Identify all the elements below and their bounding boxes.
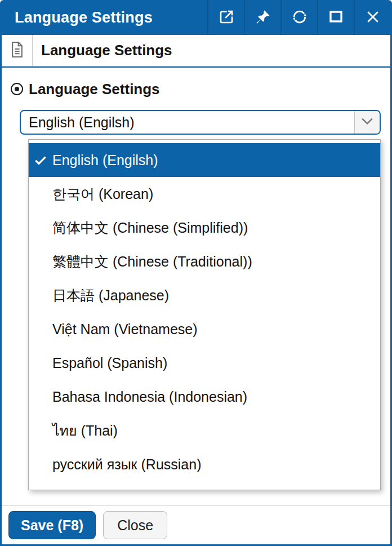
maximize-button[interactable] xyxy=(317,0,354,35)
titlebar-actions xyxy=(207,0,390,35)
close-dialog-button[interactable]: Close xyxy=(103,511,167,539)
close-icon xyxy=(365,9,381,26)
language-option[interactable]: 日本語 (Japanese) xyxy=(29,278,380,312)
language-option[interactable]: English (Engilsh) xyxy=(29,143,380,177)
language-option[interactable]: русский язык (Russian) xyxy=(29,447,380,481)
language-option-label: Bahasa Indonesia (Indonesian) xyxy=(52,389,247,405)
pin-icon xyxy=(255,9,271,26)
page-title: Language Settings xyxy=(33,42,172,59)
language-option[interactable]: 简体中文 (Chinese (Simplified)) xyxy=(29,211,380,245)
section-language-settings[interactable]: Language Settings xyxy=(11,79,390,99)
pin-button[interactable] xyxy=(244,0,280,35)
refresh-button[interactable] xyxy=(280,0,317,35)
save-button[interactable]: Save (F8) xyxy=(8,511,96,539)
check-icon xyxy=(29,356,52,370)
language-option-label: 繁體中文 (Chinese (Traditional)) xyxy=(52,252,252,271)
check-icon xyxy=(29,322,52,336)
check-icon xyxy=(29,187,52,201)
language-select-chevron-cell[interactable] xyxy=(354,111,380,134)
section-label: Language Settings xyxy=(29,81,160,98)
header-underline xyxy=(2,66,390,68)
check-icon xyxy=(29,457,52,472)
language-option[interactable]: Español (Spanish) xyxy=(29,346,380,380)
titlebar: Language Settings xyxy=(2,0,390,35)
language-option-label: 简体中文 (Chinese (Simplified)) xyxy=(52,219,248,237)
page-header: Language Settings xyxy=(2,35,390,66)
window-title: Language Settings xyxy=(2,9,153,26)
document-icon xyxy=(10,41,24,60)
language-settings-window: Language Settings xyxy=(0,0,392,546)
language-option-label: Español (Spanish) xyxy=(52,355,167,371)
chevron-down-icon xyxy=(361,117,373,127)
check-icon xyxy=(29,220,52,235)
check-icon xyxy=(29,389,52,404)
footer: Save (F8) Close xyxy=(2,505,390,544)
radio-dot-icon xyxy=(11,83,23,95)
language-option-label: Việt Nam (Vietnamese) xyxy=(52,321,198,338)
close-button[interactable] xyxy=(354,0,390,35)
open-external-button[interactable] xyxy=(207,0,244,35)
language-option[interactable]: 繁體中文 (Chinese (Traditional)) xyxy=(29,245,380,278)
language-option-label: 日本語 (Japanese) xyxy=(52,286,169,305)
maximize-icon xyxy=(328,9,344,26)
language-option[interactable]: ไทย (Thai) xyxy=(29,414,380,447)
check-icon xyxy=(29,254,52,269)
language-dropdown-list: English (Engilsh) 한국어 (Korean) 简体中文 (Chi… xyxy=(28,139,381,490)
check-icon xyxy=(29,423,52,438)
language-option[interactable]: Việt Nam (Vietnamese) xyxy=(29,312,380,346)
open-external-icon xyxy=(218,8,235,27)
language-select[interactable]: English (Engilsh) xyxy=(20,110,381,135)
language-option-label: ไทย (Thai) xyxy=(52,419,118,442)
language-option-label: English (Engilsh) xyxy=(52,152,158,168)
check-icon xyxy=(29,153,52,167)
language-select-value: English (Engilsh) xyxy=(21,111,354,134)
language-option[interactable]: Bahasa Indonesia (Indonesian) xyxy=(29,380,380,414)
refresh-icon xyxy=(291,8,308,27)
check-icon xyxy=(29,288,52,303)
document-icon-cell xyxy=(2,35,33,66)
language-option-label: 한국어 (Korean) xyxy=(52,185,153,203)
language-option[interactable]: 한국어 (Korean) xyxy=(29,177,380,211)
language-option-label: русский язык (Russian) xyxy=(52,456,201,473)
